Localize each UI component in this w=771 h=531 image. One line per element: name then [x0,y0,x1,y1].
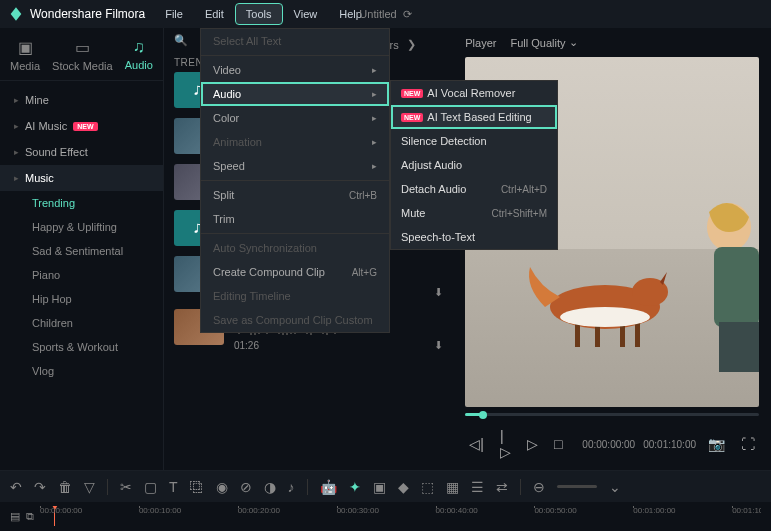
svg-rect-5 [635,322,640,347]
audio-icon: ♫ [133,38,145,56]
audio-menu-ai-text-based-editing[interactable]: NEWAI Text Based Editing [391,105,557,129]
tools-menu-color[interactable]: Color▸ [201,106,389,130]
effect-icon[interactable]: ✦ [349,479,361,495]
zoom-menu-icon[interactable]: ⌄ [609,479,621,495]
redo-icon[interactable]: ↷ [34,479,46,495]
timeline-tick: 00:01:10:00 [732,506,761,515]
tools-menu-split[interactable]: SplitCtrl+B [201,183,389,207]
zoom-slider[interactable] [557,485,597,488]
record-icon[interactable]: ◉ [216,479,228,495]
audio-menu-adjust-audio[interactable]: Adjust Audio [391,153,557,177]
play-button[interactable]: ▷ [523,434,542,454]
timeline-menu-icon[interactable]: ▤ [10,510,20,523]
ai-icon[interactable]: 🤖 [320,479,337,495]
player-label: Player [465,37,496,49]
media-tab-audio[interactable]: ♫Audio [121,36,157,74]
undo-icon[interactable]: ↶ [10,479,22,495]
chevron-right-icon: ▸ [14,95,19,105]
timeline-tick: 00:00:10:00 [139,506,181,515]
download-icon[interactable]: ⬇ [434,286,443,299]
sync-icon[interactable]: ⟳ [403,8,412,21]
timeline-tick: 00:00:20:00 [238,506,280,515]
music-sub-children[interactable]: Children [0,311,163,335]
audio-menu-silence-detection[interactable]: Silence Detection [391,129,557,153]
quality-select[interactable]: Full Quality ⌄ [510,36,578,49]
music-sub-hip-hop[interactable]: Hip Hop [0,287,163,311]
stock-media-icon: ▭ [75,38,90,57]
search-icon[interactable]: 🔍 [174,34,188,47]
sidebar-item-music[interactable]: ▸Music [0,165,163,191]
tools-menu-animation: Animation▸ [201,130,389,154]
sidebar-item-mine[interactable]: ▸Mine [0,87,163,113]
camera-icon[interactable]: 📷 [704,434,729,454]
svg-rect-8 [714,247,759,327]
tools-menu-trim[interactable]: Trim [201,207,389,231]
zoom-out-icon[interactable]: ⊖ [533,479,545,495]
step-back-button[interactable]: |▷ [496,426,515,462]
chevron-right-icon: ▸ [14,173,19,183]
chevron-right-icon: ▸ [14,121,19,131]
menu-view[interactable]: View [284,4,328,24]
sidebar-item-sound-effect[interactable]: ▸Sound Effect [0,139,163,165]
new-badge: NEW [401,113,423,122]
nav-arrow-icon[interactable]: ❯ [407,38,416,51]
delete-icon[interactable]: 🗑 [58,479,72,495]
audio-menu-speech-to-text[interactable]: Speech-to-Text [391,225,557,249]
menu-tools[interactable]: Tools [236,4,282,24]
copy-icon[interactable]: ⿻ [190,479,204,495]
text-icon[interactable]: T [169,479,178,495]
app-logo-icon [8,6,24,22]
time-current: 00:00:00:00 [582,439,635,450]
chevron-right-icon: ▸ [14,147,19,157]
chevron-down-icon: ⌄ [569,36,578,49]
submenu-arrow-icon: ▸ [372,113,377,123]
music-sub-sad-sentimental[interactable]: Sad & Sentimental [0,239,163,263]
tools-menu-audio[interactable]: Audio▸ [201,82,389,106]
svg-point-6 [560,307,650,327]
submenu-arrow-icon: ▸ [372,137,377,147]
grid-icon[interactable]: ▦ [446,479,459,495]
download-icon[interactable]: ⬇ [434,339,443,352]
layers-icon[interactable]: ☰ [471,479,484,495]
timeline-link-icon[interactable]: ⧉ [26,510,34,523]
marker-icon[interactable]: ▽ [84,479,95,495]
tools-menu-create-compound-clip[interactable]: Create Compound ClipAlt+G [201,260,389,284]
tools-menu-video[interactable]: Video▸ [201,58,389,82]
music-sub-sports-workout[interactable]: Sports & Workout [0,335,163,359]
track-duration: 01:26 [234,340,259,351]
stop-button[interactable]: □ [550,434,566,454]
progress-bar[interactable] [465,413,759,416]
media-icon: ▣ [18,38,33,57]
menu-edit[interactable]: Edit [195,4,234,24]
music-sub-happy-uplifting[interactable]: Happy & Uplifting [0,215,163,239]
transform-icon[interactable]: ⬚ [421,479,434,495]
tools-menu-speed[interactable]: Speed▸ [201,154,389,178]
media-tab-stock-media[interactable]: ▭Stock Media [48,36,117,74]
prev-frame-button[interactable]: ◁| [465,434,488,454]
music-sub-vlog[interactable]: Vlog [0,359,163,383]
mix-icon[interactable]: ⇄ [496,479,508,495]
music-sub-trending[interactable]: Trending [0,191,163,215]
cut-icon[interactable]: ✂ [120,479,132,495]
audio-menu-ai-vocal-remover[interactable]: NEWAI Vocal Remover [391,81,557,105]
crop-icon[interactable]: ▢ [144,479,157,495]
audio-menu-mute[interactable]: MuteCtrl+Shift+M [391,201,557,225]
svg-rect-9 [719,322,759,372]
app-name: Wondershare Filmora [30,7,145,21]
audio-menu-detach-audio[interactable]: Detach AudioCtrl+Alt+D [391,177,557,201]
keyframe-icon[interactable]: ◆ [398,479,409,495]
preview-person [689,197,759,377]
speed-icon[interactable]: ⊘ [240,479,252,495]
audio-icon[interactable]: ♪ [288,479,295,495]
color-icon[interactable]: ◑ [264,479,276,495]
timeline-tick: 00:00:40:00 [436,506,478,515]
menu-file[interactable]: File [155,4,193,24]
timeline-tick: 00:00:50:00 [534,506,576,515]
time-total: 00:01:10:00 [643,439,696,450]
music-sub-piano[interactable]: Piano [0,263,163,287]
media-tab-media[interactable]: ▣Media [6,36,44,74]
mask-icon[interactable]: ▣ [373,479,386,495]
tools-menu-editing-timeline: Editing Timeline [201,284,389,308]
sidebar-item-ai-music[interactable]: ▸AI MusicNEW [0,113,163,139]
expand-icon[interactable]: ⛶ [737,434,759,454]
